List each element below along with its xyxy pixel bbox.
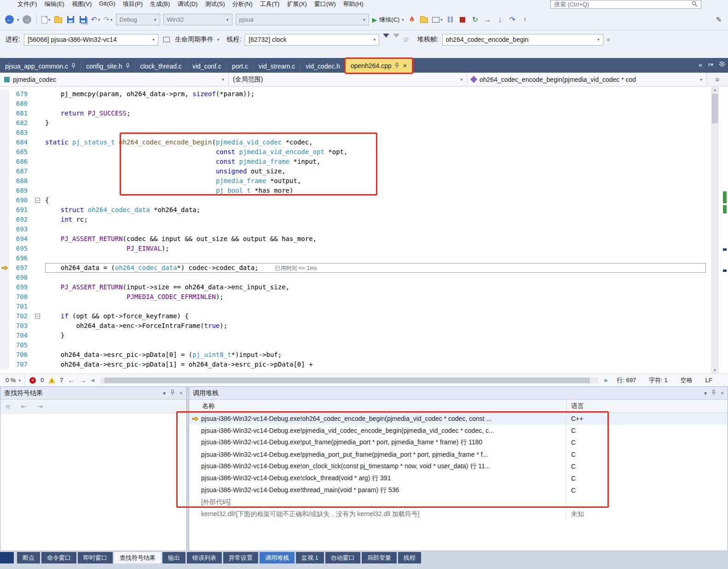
open-debug-target-icon[interactable] xyxy=(420,14,429,26)
menu-item[interactable]: 窗口(W) xyxy=(311,0,340,9)
navigate-forward-button[interactable]: → xyxy=(23,14,32,26)
tab-list-icon[interactable]: ≡▾ xyxy=(708,62,713,68)
breakpoint-margin[interactable] xyxy=(0,234,9,244)
bottom-tab-查找符号结果[interactable]: 查找符号结果 xyxy=(114,552,161,563)
status-spaces[interactable]: 空格 xyxy=(676,376,697,385)
callstack-frame[interactable]: pjsua-i386-Win32-vc14-Debug.exe!on_clock… xyxy=(189,460,728,472)
horizontal-scrollbar[interactable] xyxy=(101,377,598,384)
scroll-tabs-left-icon[interactable]: « xyxy=(699,61,702,69)
next-issue-icon[interactable]: → xyxy=(79,376,86,384)
callstack-frame[interactable]: pjsua-i386-Win32-vc14-Debug.exe!pjmedia_… xyxy=(189,448,728,460)
breakpoint-margin[interactable] xyxy=(0,253,9,263)
startup-project-dropdown[interactable]: pjsua▾ xyxy=(236,14,369,25)
stack-frame-dropdown[interactable]: oh264_codec_encode_begin▾ xyxy=(442,34,603,46)
step-out-button[interactable]: ↑ xyxy=(520,14,529,26)
tab-config_site.h[interactable]: config_site.h xyxy=(81,60,135,73)
menu-item[interactable]: 编辑(E) xyxy=(41,0,68,9)
find-symbol-results-content[interactable] xyxy=(0,414,186,551)
redo-button[interactable]: ↷▾ xyxy=(104,14,113,26)
hscroll-right-arrow[interactable]: ▶ xyxy=(605,378,608,383)
breakpoint-margin[interactable] xyxy=(0,176,9,186)
callstack-frame[interactable]: pjsua-i386-Win32-vc14-Debug.exe!oh264_co… xyxy=(189,413,728,425)
breakpoint-margin[interactable] xyxy=(0,89,9,99)
stop-button[interactable] xyxy=(458,14,467,26)
bottom-tab-调用堆栈[interactable]: 调用堆栈 xyxy=(260,552,295,563)
breakpoint-margin[interactable] xyxy=(0,311,9,321)
next-result-icon[interactable]: ⇥ xyxy=(37,402,43,411)
code-editor[interactable]: 679 pj_memcpy(param, oh264_data->prm, si… xyxy=(0,86,728,374)
pin-icon[interactable] xyxy=(170,390,175,397)
open-file-button[interactable] xyxy=(54,14,63,26)
breakpoint-margin[interactable] xyxy=(0,273,9,282)
bottom-tab-自动窗口[interactable]: 自动窗口 xyxy=(325,552,360,563)
error-count[interactable]: 0 xyxy=(40,377,44,384)
collapse-icon[interactable]: − xyxy=(35,198,40,203)
bottom-tab-命令窗口[interactable]: 命令窗口 xyxy=(41,552,76,563)
show-next-statement-button[interactable]: → xyxy=(483,14,492,26)
bottom-tab-输出[interactable]: 输出 xyxy=(162,552,185,563)
close-icon[interactable]: × xyxy=(721,390,724,397)
breakpoint-margin[interactable] xyxy=(0,331,9,340)
tab-openh264.cpp[interactable]: openh264.cpp× xyxy=(346,59,412,73)
column-header-name[interactable]: 名称 xyxy=(189,400,566,412)
status-eol[interactable]: LF xyxy=(701,377,728,384)
project-scope-dropdown[interactable]: pjmedia_codec▾ xyxy=(0,73,229,86)
diagnostics-window-icon[interactable]: ▾ xyxy=(432,14,443,26)
breakpoint-margin[interactable] xyxy=(0,118,9,128)
continue-button[interactable]: ▶ 继续(C) ▾ xyxy=(372,14,404,26)
tab-vid_conf.c[interactable]: vid_conf.c xyxy=(187,60,227,73)
menu-item[interactable]: 扩展(X) xyxy=(283,0,310,9)
breakpoint-margin[interactable] xyxy=(0,128,9,138)
bottom-tab-局部变量[interactable]: 局部变量 xyxy=(362,552,397,563)
lifecycle-events-icon[interactable] xyxy=(162,34,171,46)
breakpoint-margin[interactable] xyxy=(0,147,9,157)
perf-tip[interactable]: 已用时间 <= 1ms xyxy=(275,265,317,271)
menu-item[interactable]: 帮助(H) xyxy=(340,0,367,9)
tab-vid_stream.c[interactable]: vid_stream.c xyxy=(254,60,300,73)
debugbar-overflow-icon[interactable]: ≡ xyxy=(607,37,610,42)
vertical-scrollbar[interactable]: ▲ ▼ xyxy=(711,86,719,374)
breakpoint-margin[interactable] xyxy=(0,167,9,176)
column-header-language[interactable]: 语言 xyxy=(566,402,584,410)
save-button[interactable] xyxy=(66,14,75,26)
lifecycle-events-dropdown[interactable]: ▾ xyxy=(217,37,220,42)
breakpoint-margin[interactable] xyxy=(0,157,9,167)
solution-platform-dropdown[interactable]: Win32▾ xyxy=(163,14,232,25)
feedback-pencil-icon[interactable]: ✎ xyxy=(714,14,723,26)
breakpoint-margin[interactable] xyxy=(0,282,9,292)
undo-button[interactable]: ↶▾ xyxy=(91,14,100,26)
breakpoint-margin[interactable] xyxy=(0,99,9,109)
bottom-tab-错误列表[interactable]: 错误列表 xyxy=(187,552,222,563)
process-dropdown[interactable]: [56068] pjsua-i386-Win32-vc14▾ xyxy=(24,34,158,46)
hscroll-left-arrow[interactable]: ◀ xyxy=(91,378,94,383)
tabstrip-settings-icon[interactable] xyxy=(719,61,725,69)
menu-item[interactable]: 项目(P) xyxy=(119,0,146,9)
bottom-tab-线程[interactable]: 线程 xyxy=(398,552,421,563)
member-dropdown[interactable]: oh264_codec_encode_begin(pjmedia_vid_cod… xyxy=(467,73,707,86)
tab-pjsua_app_common.c[interactable]: pjsua_app_common.c xyxy=(0,60,81,73)
breakpoint-margin[interactable] xyxy=(0,350,9,360)
menu-item[interactable]: 调试(D) xyxy=(173,0,201,9)
filter-funnel-icon[interactable] xyxy=(383,36,389,43)
pin-icon[interactable] xyxy=(71,63,75,70)
split-window-icon[interactable]: ≡ xyxy=(707,73,728,86)
pin-icon[interactable] xyxy=(126,63,130,70)
bottom-tab-断点[interactable]: 断点 xyxy=(17,552,40,563)
lifecycle-events-label[interactable]: 生命周期事件 xyxy=(175,35,214,44)
tab-port.c[interactable]: port.c xyxy=(227,60,254,73)
collapse-icon[interactable]: − xyxy=(35,314,40,319)
new-file-button[interactable]: ▾ xyxy=(41,14,51,26)
step-into-button[interactable]: ↓ xyxy=(495,14,504,26)
tab-vid_codec.h[interactable]: vid_codec.h xyxy=(300,60,346,73)
bottom-tab-即时窗口[interactable]: 即时窗口 xyxy=(78,552,113,563)
breakpoint-margin[interactable] xyxy=(0,138,9,147)
horizontal-scrollbar-thumb[interactable] xyxy=(104,378,590,383)
current-statement-arrow-icon[interactable] xyxy=(0,263,9,273)
hot-reload-icon[interactable] xyxy=(407,14,416,26)
window-menu-icon[interactable]: ▾ xyxy=(704,390,707,397)
callstack-frame[interactable]: [外部代码] xyxy=(189,496,728,508)
callstack-frame[interactable]: kernel32.dll![下面的框架可能不正确和/或缺失，没有为 kernel… xyxy=(189,508,728,520)
breakpoint-margin[interactable] xyxy=(0,321,9,331)
close-icon[interactable]: × xyxy=(402,62,407,69)
callstack-frame[interactable]: pjsua-i386-Win32-vc14-Debug.exe!thread_m… xyxy=(189,484,728,496)
